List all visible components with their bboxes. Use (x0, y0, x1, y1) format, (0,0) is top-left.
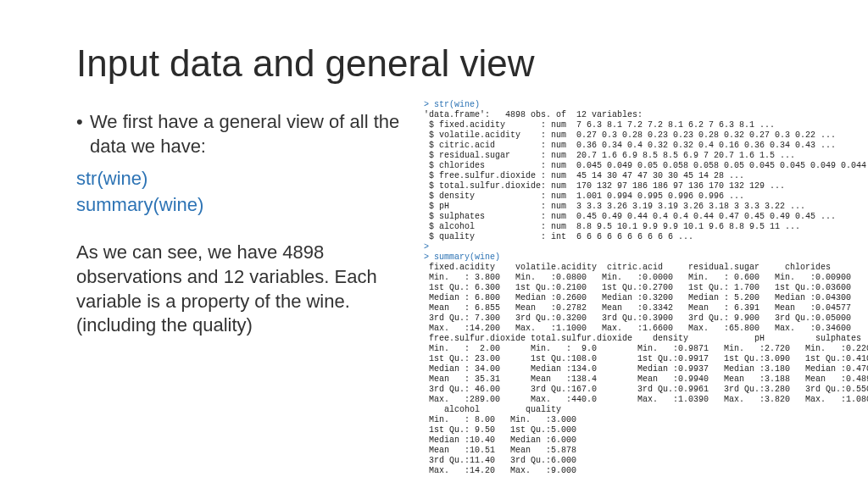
slide-title: Input data and general view (76, 42, 826, 85)
code-line-str: str(wine) (76, 167, 407, 191)
slide-body: We first have a general view of all the … (76, 110, 826, 476)
bullet-text: We first have a general view of all the … (76, 110, 407, 158)
console-prompt-str: > str(wine) (424, 100, 480, 109)
console-output: > str(wine) 'data.frame': 4898 obs. of 1… (424, 100, 868, 476)
console-str-output: 'data.frame': 4898 obs. of 12 variables:… (424, 110, 868, 241)
paragraph-text: As we can see, we have 4898 observations… (76, 241, 407, 337)
slide: Input data and general view We first hav… (0, 0, 868, 488)
console-prompt-blank: > (424, 242, 429, 252)
console-prompt-summary: > summary(wine) (424, 252, 500, 262)
code-line-summary: summary(wine) (76, 193, 407, 218)
left-column: We first have a general view of all the … (76, 110, 407, 476)
console-summary-output: fixed.acidity volatile.acidity citric.ac… (424, 263, 868, 475)
